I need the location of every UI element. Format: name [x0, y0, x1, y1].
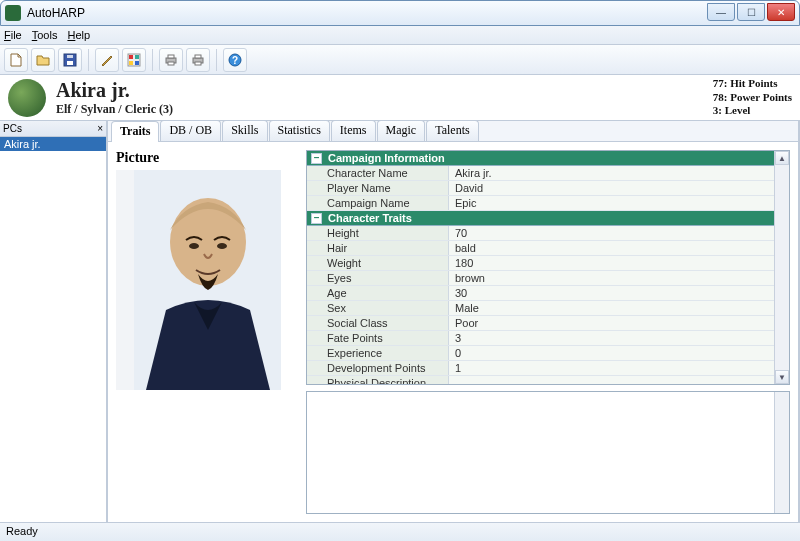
wand-icon[interactable] — [95, 48, 119, 72]
tab-statistics[interactable]: Statistics — [269, 120, 330, 141]
tab-skills[interactable]: Skills — [222, 120, 267, 141]
palette-icon[interactable] — [122, 48, 146, 72]
property-grid: ▲ ▼ –Campaign Information Character Name… — [306, 150, 790, 385]
table-row: Height70 — [307, 226, 774, 241]
game-logo-icon — [8, 79, 46, 117]
table-row: SexMale — [307, 301, 774, 316]
toolbar-separator — [152, 49, 153, 71]
toolbar-separator — [216, 49, 217, 71]
character-portrait — [116, 170, 281, 390]
minimize-button[interactable]: — — [707, 3, 735, 21]
table-row: Player NameDavid — [307, 181, 774, 196]
tab-db-ob[interactable]: DB / OB — [160, 120, 221, 141]
pc-list-item[interactable]: Akira jr. — [0, 137, 106, 151]
svg-rect-9 — [168, 55, 174, 58]
menu-tools[interactable]: Tools — [32, 29, 58, 41]
property-scrollbar[interactable]: ▲ ▼ — [774, 151, 789, 384]
window-title: AutoHARP — [27, 6, 85, 20]
section-character-traits[interactable]: –Character Traits — [307, 211, 774, 226]
svg-rect-7 — [135, 61, 139, 65]
svg-point-18 — [170, 198, 246, 286]
tab-traits[interactable]: Traits — [111, 121, 159, 142]
description-scrollbar[interactable] — [774, 392, 789, 513]
table-row: Character NameAkira jr. — [307, 166, 774, 181]
menu-file[interactable]: File — [4, 29, 22, 41]
svg-point-20 — [217, 243, 227, 249]
close-button[interactable]: ✕ — [767, 3, 795, 21]
character-header: Akira jr. Elf / Sylvan / Cleric (3) 77: … — [0, 75, 800, 121]
svg-rect-17 — [116, 170, 134, 390]
tab-items[interactable]: Items — [331, 120, 376, 141]
description-textbox[interactable] — [306, 391, 790, 514]
svg-rect-2 — [67, 55, 73, 58]
level-line: 3: Level — [713, 104, 792, 118]
table-row: Experience0 — [307, 346, 774, 361]
svg-rect-6 — [129, 61, 133, 65]
status-text: Ready — [6, 525, 38, 537]
table-row: Fate Points3 — [307, 331, 774, 346]
collapse-icon[interactable]: – — [311, 153, 322, 164]
table-row: Weight180 — [307, 256, 774, 271]
svg-rect-5 — [135, 55, 139, 59]
svg-point-19 — [189, 243, 199, 249]
svg-text:?: ? — [232, 55, 238, 66]
pc-list-panel: PCs × Akira jr. — [0, 121, 108, 522]
power-points-line: 78: Power Points — [713, 91, 792, 105]
status-bar: Ready — [0, 522, 800, 541]
print-preview-icon[interactable] — [186, 48, 210, 72]
stat-summary: 77: Hit Points 78: Power Points 3: Level — [713, 77, 792, 118]
character-name: Akira jr. — [56, 79, 173, 102]
scroll-down-icon[interactable]: ▼ — [775, 370, 789, 384]
table-row: Physical Description — [307, 376, 774, 385]
svg-rect-10 — [168, 62, 174, 65]
svg-rect-1 — [67, 61, 73, 65]
save-icon[interactable] — [58, 48, 82, 72]
svg-rect-4 — [129, 55, 133, 59]
pc-panel-title: PCs — [3, 123, 22, 134]
svg-rect-12 — [195, 55, 201, 58]
pc-panel-close-icon[interactable]: × — [97, 123, 103, 134]
title-bar: AutoHARP — ☐ ✕ — [0, 0, 800, 26]
print-icon[interactable] — [159, 48, 183, 72]
toolbar: ? — [0, 45, 800, 75]
tab-talents[interactable]: Talents — [426, 120, 478, 141]
tab-magic[interactable]: Magic — [377, 120, 426, 141]
open-icon[interactable] — [31, 48, 55, 72]
table-row: Campaign NameEpic — [307, 196, 774, 211]
collapse-icon[interactable]: – — [311, 213, 322, 224]
scroll-up-icon[interactable]: ▲ — [775, 151, 789, 165]
menu-bar: File Tools Help — [0, 26, 800, 45]
table-row: Development Points1 — [307, 361, 774, 376]
table-row: Hairbald — [307, 241, 774, 256]
table-row: Social ClassPoor — [307, 316, 774, 331]
tab-bar: Traits DB / OB Skills Statistics Items M… — [108, 121, 798, 142]
svg-rect-13 — [195, 62, 201, 65]
menu-help[interactable]: Help — [67, 29, 90, 41]
app-icon — [5, 5, 21, 21]
section-campaign-info[interactable]: –Campaign Information — [307, 151, 774, 166]
maximize-button[interactable]: ☐ — [737, 3, 765, 21]
table-row: Eyesbrown — [307, 271, 774, 286]
help-icon[interactable]: ? — [223, 48, 247, 72]
new-icon[interactable] — [4, 48, 28, 72]
table-row: Age30 — [307, 286, 774, 301]
toolbar-separator — [88, 49, 89, 71]
character-subtitle: Elf / Sylvan / Cleric (3) — [56, 102, 173, 117]
picture-label: Picture — [116, 150, 296, 166]
hit-points-line: 77: Hit Points — [713, 77, 792, 91]
